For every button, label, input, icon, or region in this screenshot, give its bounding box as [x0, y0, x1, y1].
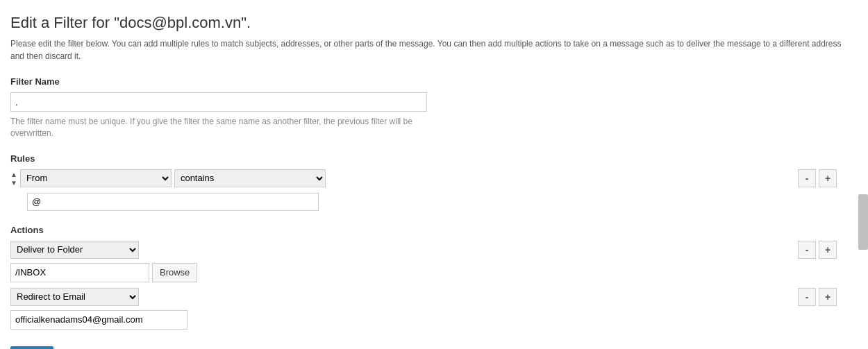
- action-row-2: Redirect to Email Deliver to Folder Disc…: [10, 288, 851, 330]
- actions-label: Actions: [10, 225, 851, 235]
- action1-minus-button[interactable]: -: [798, 241, 816, 259]
- action2-select[interactable]: Redirect to Email Deliver to Folder Disc…: [10, 288, 139, 306]
- filter-name-label: Filter Name: [10, 76, 851, 87]
- action1-plus-button[interactable]: +: [819, 241, 837, 259]
- browse-button[interactable]: Browse: [152, 263, 197, 282]
- filter-name-input[interactable]: [10, 92, 427, 112]
- rule-value-input[interactable]: [27, 193, 319, 211]
- rule-arrow-down[interactable]: ▼: [10, 179, 17, 187]
- rule-plus-button[interactable]: +: [819, 169, 837, 187]
- page-title: Edit a Filter for "docs@bpl.com.vn".: [10, 14, 851, 32]
- actions-section: Actions Deliver to Folder Redirect to Em…: [10, 225, 851, 330]
- rule-contains-select[interactable]: contains does not contain is is not begi…: [174, 169, 326, 187]
- page-description: Please edit the filter below. You can ad…: [10, 37, 844, 62]
- rule-pm-group: - +: [798, 169, 837, 187]
- rules-label: Rules: [10, 153, 851, 164]
- action2-plus-button[interactable]: +: [819, 288, 837, 306]
- filter-name-section: Filter Name The filter name must be uniq…: [10, 76, 851, 139]
- rule-arrow-up[interactable]: ▲: [10, 171, 17, 179]
- rule-from-select[interactable]: From To Subject CC Body: [20, 169, 172, 187]
- save-button[interactable]: Save: [10, 346, 53, 349]
- scrollbar[interactable]: [858, 194, 868, 250]
- rule-arrows: ▲ ▼: [10, 171, 17, 187]
- action1-pm-group: - +: [798, 241, 837, 259]
- folder-input[interactable]: [10, 263, 149, 282]
- action-row-1: Deliver to Folder Redirect to Email Disc…: [10, 241, 851, 282]
- page-container: Edit a Filter for "docs@bpl.com.vn". Ple…: [0, 0, 868, 349]
- email-input[interactable]: [10, 310, 187, 330]
- rules-section: Rules ▲ ▼ From To Subject CC Body contai…: [10, 153, 851, 211]
- action2-minus-button[interactable]: -: [798, 288, 816, 306]
- filter-name-hint: The filter name must be unique. If you g…: [10, 116, 427, 139]
- rule-row-1: ▲ ▼ From To Subject CC Body contains doe…: [10, 169, 851, 211]
- action1-select[interactable]: Deliver to Folder Redirect to Email Disc…: [10, 241, 139, 259]
- action2-pm-group: - +: [798, 288, 837, 306]
- rule-minus-button[interactable]: -: [798, 169, 816, 187]
